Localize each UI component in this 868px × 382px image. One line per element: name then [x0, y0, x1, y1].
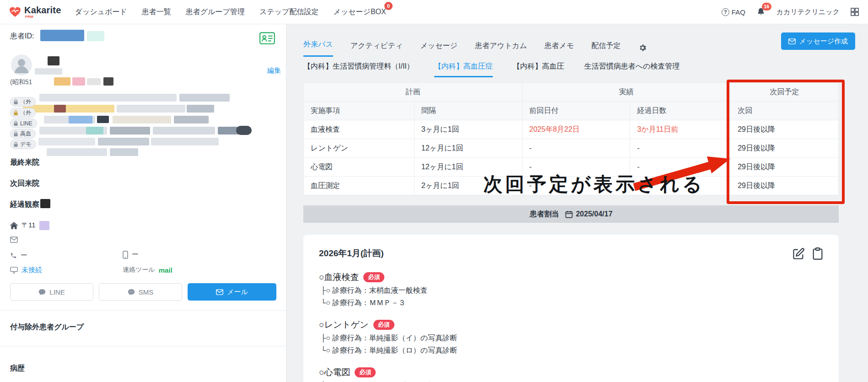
plan-group-blood-test: ○血液検査 必須 ├○ 診療行為：末梢血液一般検査 └○ 診療行為：ＭＭＰ－３ [319, 271, 823, 308]
sms-button[interactable]: SMS [99, 283, 182, 301]
line-button[interactable]: LINE [10, 283, 93, 301]
faq-link[interactable]: ? FAQ [722, 8, 745, 16]
table-row-blood-test: 血液検査 3ヶ月に1回 2025年8月22日 3か月11日前 29日後以降 [304, 120, 839, 139]
tag-label: （外 [20, 98, 31, 106]
apps-grid-icon[interactable] [851, 8, 859, 16]
tag-label: 高血 [20, 130, 31, 138]
mail-button[interactable]: メール [188, 283, 276, 301]
connection-status-link[interactable]: 未接続 [22, 266, 42, 274]
contact-buttons-row: LINE SMS メール [10, 283, 276, 301]
cell: 心電図 [304, 158, 415, 177]
col-previous-date: 前回日付 [522, 102, 630, 120]
line-button-label: LINE [49, 288, 65, 296]
last-visit-label: 最終来院 [10, 158, 39, 167]
calendar-icon [565, 210, 573, 218]
sms-icon [128, 289, 135, 296]
redacted-kana [35, 68, 62, 75]
avatar [11, 54, 32, 75]
cell: 血液検査 [304, 120, 415, 139]
phone-value: ー [21, 251, 27, 260]
redacted-block [39, 94, 177, 102]
nav-step-delivery-settings[interactable]: ステップ配信設定 [259, 7, 319, 17]
cell-alert: 3か月11日前 [630, 120, 731, 139]
redacted-block [87, 78, 101, 85]
cell: 29日後以降 [731, 158, 839, 177]
nav-patient-list[interactable]: 患者一覧 [142, 7, 171, 17]
patient-assignment-bar: 患者割当 2025/04/17 [303, 205, 839, 223]
top-navbar: Kakarite PRM ダッシュボード 患者一覧 患者グループ管理 ステップ配… [0, 0, 868, 24]
medical-history-label: 病歴 [10, 364, 25, 373]
notification-badge: 16 [762, 3, 771, 11]
tab-outpatient-path[interactable]: 外来パス [303, 40, 333, 57]
question-icon: ? [722, 8, 729, 16]
app-logo[interactable]: Kakarite PRM [9, 5, 61, 19]
compose-message-button[interactable]: メッセージ作成 [781, 32, 855, 50]
messagebox-badge: 0 [384, 2, 393, 10]
table-group-header-row: 計画 実績 次回予定 [304, 83, 839, 102]
tag-label: デモ [20, 140, 32, 148]
subtab-exam-management[interactable]: 生活習慣病患者への検査管理 [584, 62, 680, 77]
redacted-block [69, 116, 92, 124]
plan-group-name: ○血液検査 [319, 271, 359, 283]
sms-button-label: SMS [139, 288, 154, 296]
compose-message-label: メッセージ作成 [799, 37, 848, 46]
annotation-text: 次回予定が表示される [483, 172, 705, 197]
nav-patient-group-management[interactable]: 患者グループ管理 [186, 7, 245, 17]
plan-card-actions [792, 247, 823, 260]
tab-patient-outcome[interactable]: 患者アウトカム [475, 41, 527, 57]
redacted-block [39, 221, 49, 230]
tab-activity[interactable]: アクティビティ [350, 41, 403, 57]
plan-title: 2026年1月(計画) [319, 247, 384, 259]
mail-button-label: メール [227, 288, 248, 296]
redacted-block [179, 94, 230, 102]
plan-card-header: 2026年1月(計画) [319, 247, 823, 260]
nav-messagebox[interactable]: メッセージBOX 0 [333, 7, 386, 17]
subtab-lifestyle-disease-management[interactable]: 【内科】生活習慣病管理料（I/II） [303, 62, 414, 77]
nav-dashboard[interactable]: ダッシュボード [75, 7, 127, 17]
brand-name: Kakarite [24, 5, 61, 15]
cell-alert: 2025年8月22日 [522, 120, 630, 139]
plan-group-name: ○心電図 [319, 366, 350, 378]
main-content: メッセージ作成 外来パス アクティビティ メッセージ 患者アウトカム 患者メモ … [286, 24, 868, 382]
phone-row: ー [10, 251, 27, 260]
subtab-hypertension-disease[interactable]: 【内科】高血圧症 [434, 62, 493, 77]
tab-patient-memo[interactable]: 患者メモ [545, 41, 574, 57]
patient-birth: (昭和51 [10, 78, 32, 86]
col-implementation-item: 実施事項 [304, 102, 415, 120]
redacted-block [103, 77, 113, 86]
tab-settings[interactable] [638, 43, 647, 57]
mobile-row: ー [123, 250, 139, 259]
observation-label: 経過観察 [10, 200, 39, 210]
tab-delivery-schedule[interactable]: 配信予定 [592, 41, 621, 57]
redacted-block [97, 116, 109, 123]
contact-tool-row: 連絡ツール mail [123, 266, 173, 274]
edit-patient-link[interactable]: 編集 [267, 66, 281, 75]
connection-row: 未接続 [10, 266, 42, 274]
table-row-xray: レントゲン 12ヶ月に1回 - - 29日後以降 [304, 139, 839, 158]
navbar-right-cluster: ? FAQ 16 カカリテクリニック [722, 7, 859, 16]
plan-group-name: ○レントゲン [319, 319, 369, 331]
redacted-block [110, 148, 138, 156]
col-next: 次回 [731, 102, 839, 120]
group-header-next-schedule: 次回予定 [731, 83, 839, 102]
phone-icon [10, 252, 17, 259]
assignment-label: 患者割当 [529, 210, 559, 219]
insurance-card-icon[interactable] [259, 31, 275, 45]
redacted-block [187, 105, 214, 113]
brand-heart-icon [9, 6, 21, 17]
cell: 血圧測定 [304, 177, 415, 195]
subtab-bar: 【内科】生活習慣病管理料（I/II） 【内科】高血圧症 【内科】高血圧 生活習慣… [303, 62, 680, 77]
edit-plan-icon[interactable] [792, 247, 805, 260]
gear-icon [638, 43, 647, 52]
subtab-hypertension[interactable]: 【内科】高血圧 [513, 62, 564, 77]
redacted-block [113, 116, 171, 124]
redacted-block [72, 77, 85, 86]
contact-tool-value: mail [159, 266, 173, 274]
notifications-button[interactable]: 16 [756, 7, 766, 16]
redacted-block [54, 105, 66, 113]
main-navigation: ダッシュボード 患者一覧 患者グループ管理 ステップ配信設定 メッセージBOX … [75, 7, 386, 17]
tag-label: LINE [20, 120, 32, 127]
tab-message[interactable]: メッセージ [420, 41, 458, 57]
copy-plan-icon[interactable] [812, 247, 823, 260]
tab-bar: 外来パス アクティビティ メッセージ 患者アウトカム 患者メモ 配信予定 [303, 40, 647, 57]
